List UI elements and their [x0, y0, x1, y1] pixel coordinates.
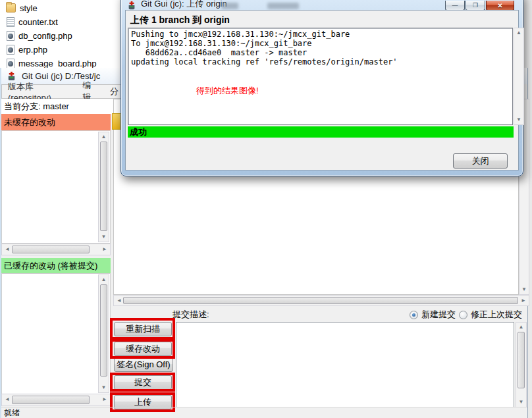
redacted-blur	[221, 3, 238, 9]
dialog-content: 上传 1 branch 到 origin Pushing to jmcx@192…	[125, 10, 519, 170]
rescan-button[interactable]: 重新扫描	[114, 322, 172, 336]
status-bar: 就绪	[1, 407, 527, 418]
git-gui-icon	[7, 71, 16, 81]
stage-changes-button[interactable]: 缓存改动	[114, 342, 172, 356]
file-name: message_board.php	[18, 59, 97, 68]
unstaged-changes-header: 未缓存的改动	[1, 114, 111, 130]
annotation-result-text: 得到的结果图像!	[196, 85, 259, 97]
staged-horizontal-scrollbar[interactable]: ◄►	[1, 394, 111, 406]
new-commit-radio-label[interactable]: 新建提交	[421, 309, 456, 321]
list-item[interactable]: erp.php	[0, 43, 121, 56]
console-vertical-scrollbar[interactable]: ▲▼	[514, 28, 524, 125]
console-line: updating local tracking ref 'refs/remote…	[131, 57, 398, 66]
git-gui-icon	[127, 1, 136, 10]
amend-commit-radio[interactable]	[459, 311, 467, 319]
unstaged-horizontal-scrollbar[interactable]: ◄►	[1, 244, 111, 255]
screen: style counter.txt db_config.php erp.php …	[0, 0, 532, 418]
maximize-button[interactable]: ❐	[466, 1, 485, 11]
file-name: db_config.php	[18, 31, 72, 41]
php-file-icon	[7, 31, 14, 41]
unstaged-changes-list[interactable]	[1, 130, 111, 244]
sign-off-button[interactable]: 签名(Sign Off)	[114, 357, 173, 372]
redacted-blur	[267, 3, 299, 9]
console-line: 68dd62a..cd46ae0 master -> master	[131, 48, 307, 57]
commit-button[interactable]: 提交	[114, 375, 172, 390]
file-name: counter.txt	[18, 17, 58, 27]
success-status-text: 成功	[130, 126, 147, 138]
dialog-title: Git Gui (jc): 上传 origin	[141, 0, 227, 10]
file-name: style	[20, 3, 38, 13]
list-item[interactable]: db_config.php	[0, 29, 121, 42]
list-item[interactable]: counter.txt	[0, 15, 121, 28]
push-result-dialog: Git Gui (jc): 上传 origin — ❐ ✕ 上传 1 branc…	[120, 0, 523, 176]
new-commit-radio[interactable]	[410, 311, 418, 319]
text-file-icon	[7, 17, 14, 27]
success-status-bar: 成功	[128, 126, 514, 138]
php-file-icon	[7, 45, 14, 55]
commit-description-label: 提交描述:	[173, 309, 209, 321]
commit-message-textarea[interactable]	[176, 322, 514, 407]
staged-changes-list[interactable]	[1, 273, 111, 394]
dialog-header: 上传 1 branch 到 origin	[130, 14, 230, 26]
minimize-button[interactable]: —	[445, 1, 465, 11]
commit-type-radio-group: 新建提交 修正上次提交	[410, 309, 522, 321]
folder-icon	[6, 3, 16, 13]
list-item[interactable]: style	[0, 1, 121, 14]
unstaged-vertical-scrollbar[interactable]: ▲▼	[98, 132, 109, 242]
php-file-icon	[7, 59, 14, 68]
window-controls: — ❐ ✕	[444, 1, 514, 11]
console-line: To jmcx@192.168.31.130:~/jmcx_git_bare	[131, 39, 312, 48]
push-output-console[interactable]: Pushing to jmcx@192.168.31.130:~/jmcx_gi…	[128, 28, 513, 125]
close-button[interactable]: 关闭	[453, 153, 508, 169]
file-explorer-list: style counter.txt db_config.php erp.php …	[0, 0, 121, 68]
staged-vertical-scrollbar[interactable]: ▲▼	[98, 274, 109, 393]
commit-message-vertical-scrollbar[interactable]: ▲▼	[516, 322, 527, 407]
file-name: erp.php	[18, 45, 47, 55]
staged-changes-header: 已缓存的改动 (将被提交)	[1, 258, 111, 273]
close-window-button[interactable]: ✕	[486, 1, 514, 11]
console-line: Pushing to jmcx@192.168.31.130:~/jmcx_gi…	[131, 30, 350, 39]
menu-bar: 版本库(repository) 编辑 分	[1, 84, 125, 99]
diff-horizontal-scrollbar[interactable]: ◄►	[113, 295, 529, 306]
amend-commit-radio-label[interactable]: 修正上次提交	[471, 309, 522, 321]
